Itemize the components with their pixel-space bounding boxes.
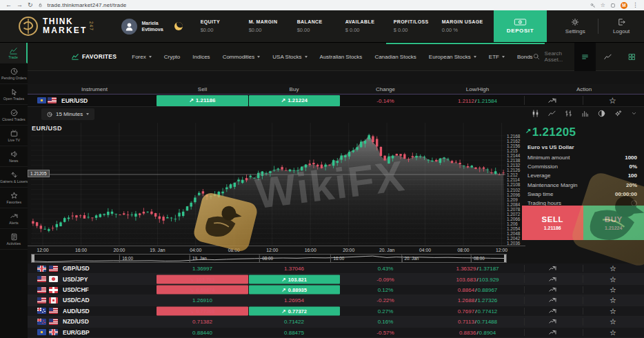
view-chart-button[interactable] [604,53,612,61]
watchlist-row-usdcad[interactable]: USD/CAD1.269101.26954-0.22%1.2688/1.2732… [28,295,644,306]
sidebar-item-gainers-losers[interactable]: Gainers & Losers [0,167,28,188]
browser-profile-avatar[interactable]: M [621,2,627,9]
buy-price[interactable]: 0.71422 [248,319,340,325]
watchlist-row-usdchf[interactable]: USD/CHF↘0.88874↗0.889350.12%0.8864/0.889… [28,285,644,295]
col-header-lowhigh[interactable]: Low/High [431,86,524,92]
panel-buy-button[interactable]: BUY1.21224 [583,206,644,240]
sell-button[interactable]: ↗1.21186 [157,95,248,106]
open-chart-icon[interactable] [549,307,556,315]
favorite-star-icon[interactable]: ☆ [610,265,616,272]
chart-navigator[interactable]: 16:0019. Jan08:0016:0020. Jan08:00 [31,254,507,263]
navigator-handle-right[interactable] [504,255,507,262]
browser-back-icon[interactable]: ← [6,2,12,8]
open-chart-icon[interactable] [549,265,556,272]
timeframe-dropdown[interactable]: 15 Minutes [41,108,94,120]
view-list-button[interactable] [574,43,596,71]
tab-favorites[interactable]: FAVORITES [72,53,117,60]
view-grid-button[interactable] [628,53,636,61]
tab-etf[interactable]: ETF [489,54,505,60]
buy-price[interactable]: 1.37046 [248,266,340,272]
browser-forward-icon[interactable]: → [17,2,23,8]
search-input[interactable]: Search Asset... [545,50,575,63]
sidebar-item-trade[interactable]: Trade [0,43,28,63]
watchlist-row-nzdusd[interactable]: NZD/USD0.713820.714220.16%0.7113/0.71488… [28,317,644,327]
url-text[interactable]: trade.thinkmarket247.net/trade [48,2,127,8]
favorite-star-icon[interactable]: ☆ [610,275,616,283]
chevron-down-icon [502,56,505,58]
tab-commodities[interactable]: Commodities [223,54,261,60]
theme-contrast-icon[interactable] [598,110,605,117]
indicator-settings-icon[interactable] [614,110,622,117]
sidebar-item-news[interactable]: News [0,146,28,167]
sell-button[interactable]: ↘0.77308 [157,306,248,315]
favorite-star-icon[interactable]: ☆ [610,328,616,336]
line-chart-icon[interactable] [548,110,556,117]
open-chart-icon[interactable] [549,328,556,336]
buy-button[interactable]: ↗0.77372 [249,306,341,315]
sell-price[interactable]: 1.36997 [157,266,248,272]
buy-button[interactable]: ↗0.88935 [249,286,341,295]
sidebar-item-pending-orders[interactable]: Pending Orders [0,63,28,84]
tab-canadian-stocks[interactable]: Canadian Stocks [374,54,416,60]
open-chart-icon[interactable] [548,97,556,105]
sell-price[interactable]: 0.88440 [157,329,248,335]
favorite-star-icon[interactable]: ☆ [609,97,616,105]
volume-icon[interactable] [581,110,589,117]
brand-logo[interactable]: THINK MARKET 247 [18,16,94,37]
open-chart-icon[interactable] [549,318,556,326]
watchlist-row-audusd[interactable]: AUD/USD↘0.77308↗0.773720.27%0.7697/0.774… [28,306,644,317]
logout-button[interactable]: Logout [598,18,644,34]
sell-button[interactable]: ↘103.783 [157,275,248,284]
dark-mode-moon-icon[interactable] [174,22,183,30]
tab-crypto[interactable]: Crypto [164,54,181,60]
tab-european-stocks[interactable]: European Stocks [429,54,476,60]
open-chart-icon[interactable] [549,275,556,283]
buy-button[interactable]: ↗1.21224 [249,95,341,106]
deposit-button[interactable]: DEPOSIT [494,10,547,42]
tab-bonds[interactable]: Bonds [517,54,533,60]
sidebar-item-alerts[interactable]: Alerts [0,208,28,229]
tab-indices[interactable]: Indices [192,54,210,60]
favorite-star-icon[interactable]: ☆ [610,318,616,326]
panel-sell-button[interactable]: SELL1.21186 [522,206,583,240]
favorite-star-icon[interactable]: ☆ [610,286,616,294]
sidebar-item-live-tv[interactable]: Live TV [0,126,28,146]
browser-menu-icon[interactable]: ⋮ [632,2,638,8]
favorite-star-icon[interactable]: ☆ [610,307,616,315]
col-header-buy[interactable]: Buy [248,86,340,92]
user-block[interactable]: Mariela Evtimova [121,19,163,34]
chevron-down-icon[interactable] [631,110,637,117]
key-icon[interactable] [590,3,596,8]
sell-button[interactable]: ↘0.88874 [157,286,248,295]
search-icon[interactable] [533,53,540,60]
sidebar-item-open-trades[interactable]: Open Trades [0,84,28,105]
buy-price[interactable]: 1.26954 [248,297,340,304]
col-header-change[interactable]: Change [340,86,431,92]
sell-price[interactable]: 1.26910 [157,297,248,304]
ohlc-bars-icon[interactable] [565,110,572,117]
bookmark-star-icon[interactable]: ☆ [601,2,605,8]
settings-button[interactable]: Settings [552,18,598,34]
candle-chart-icon[interactable] [532,110,539,117]
price-chart[interactable]: EUR/USD 1.21205 1.21681.21621.21561.2151… [28,123,525,246]
favorite-star-icon[interactable]: ☆ [610,297,616,304]
buy-price[interactable]: 0.88475 [248,329,340,335]
browser-refresh-icon[interactable]: ↻ [28,2,33,8]
quote-row-eurusd[interactable]: EUR/USD ↗1.21186 ↗1.21224 -0.14% 1.2112/… [28,95,644,107]
sidebar-item-closed-trades[interactable]: Closed Trades [0,105,28,126]
tab-usa-stocks[interactable]: USA Stocks [272,54,307,60]
tab-forex[interactable]: Forex [132,54,151,60]
watchlist-row-eurgbp[interactable]: EUR/GBP0.884400.88475-0.57%0.8836/0.8904… [28,328,644,338]
watchlist-row-gbpusd[interactable]: GBP/USD1.369971.370460.43%1.36329/1.3718… [28,264,644,274]
open-chart-icon[interactable] [549,297,556,304]
watchlist-row-usdjpy[interactable]: USD/JPY↘103.783↗103.821-0.09%103.683/103… [28,274,644,284]
extension-puzzle-icon[interactable] [610,3,616,8]
tab-australian-stocks[interactable]: Australian Stocks [320,54,363,60]
sell-price[interactable]: 0.71382 [157,319,248,325]
navigator-handle-left[interactable] [32,255,34,262]
buy-button[interactable]: ↗103.821 [249,275,341,284]
sidebar-item-activities[interactable]: Activities [0,229,28,250]
open-chart-icon[interactable] [549,286,556,294]
sidebar-item-favorites[interactable]: Favorites [0,188,28,208]
col-header-sell[interactable]: Sell [157,86,248,92]
